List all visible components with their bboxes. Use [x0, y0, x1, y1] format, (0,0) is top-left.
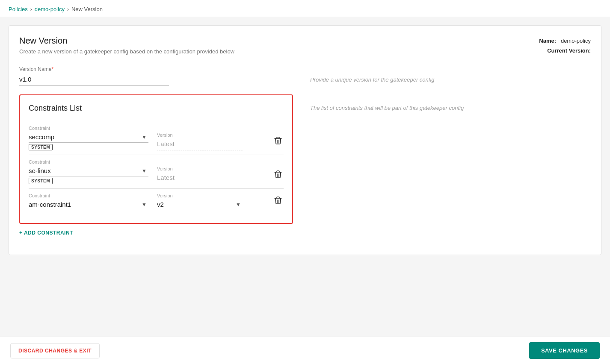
constraint-field-1: Constraint seccomp ▼ SYSTEM	[29, 126, 148, 150]
trash-icon-3	[274, 196, 282, 205]
meta-version: Current Version:	[539, 46, 591, 56]
system-badge-1: SYSTEM	[29, 144, 53, 150]
version-name-label: Version Name*	[19, 66, 293, 72]
version-select-3[interactable]: v2	[157, 199, 243, 210]
save-button[interactable]: SAVE CHANGES	[529, 342, 600, 359]
constraint-dropdown-wrapper-3: am-constraint1 ▼	[29, 199, 148, 210]
constraint-dropdown-wrapper-2: se-linux ▼	[29, 165, 148, 176]
version-name-field: Version Name*	[19, 66, 293, 86]
meta-name: Name: demo-policy	[539, 36, 591, 46]
constraint-field-2: Constraint se-linux ▼ SYSTEM	[29, 159, 148, 184]
footer-bar: DISCARD CHANGES & EXIT SAVE CHANGES	[0, 337, 610, 364]
constraint-row-1: Constraint seccomp ▼ SYSTEM Version	[29, 121, 284, 155]
trash-icon-2	[274, 170, 282, 179]
constraint-select-3[interactable]: am-constraint1	[29, 199, 148, 210]
version-dropdown-wrapper-3: v2 ▼	[157, 199, 243, 210]
trash-icon-1	[274, 136, 282, 145]
constraints-box: Constraints List Constraint seccomp ▼	[19, 94, 293, 224]
constraint-row-3: Constraint am-constraint1 ▼ Version	[29, 189, 284, 214]
breadcrumb-current: New Version	[71, 6, 103, 12]
constraint-label-2: Constraint	[29, 159, 148, 164]
required-marker: *	[51, 66, 53, 72]
discard-button[interactable]: DISCARD CHANGES & EXIT	[10, 343, 100, 358]
constraints-hint: The list of constraints that will be par…	[310, 94, 591, 111]
version-name-row: Version Name* Provide a unique version f…	[19, 66, 591, 86]
delete-button-1[interactable]	[272, 135, 284, 149]
constraints-outer: Constraints List Constraint seccomp ▼	[19, 94, 293, 236]
breadcrumb-sep-1: ›	[30, 6, 32, 12]
page-card: New Version Create a new version of a ga…	[9, 25, 601, 255]
version-label-2: Version	[157, 166, 243, 171]
version-field-1: Version	[157, 132, 243, 150]
page-header-right: Name: demo-policy Current Version:	[539, 36, 591, 56]
breadcrumb-policy[interactable]: demo-policy	[35, 6, 65, 12]
page-header: New Version Create a new version of a ga…	[19, 36, 591, 56]
meta-name-value: demo-policy	[561, 38, 591, 44]
constraint-select-2[interactable]: se-linux	[29, 165, 148, 176]
constraints-row: Constraints List Constraint seccomp ▼	[19, 94, 591, 236]
breadcrumb-policies[interactable]: Policies	[9, 6, 28, 12]
add-constraint-button[interactable]: + ADD CONSTRAINT	[19, 224, 73, 236]
system-badge-2: SYSTEM	[29, 178, 53, 184]
page-title: New Version	[19, 36, 234, 46]
constraint-field-3: Constraint am-constraint1 ▼	[29, 193, 148, 210]
constraint-row-2: Constraint se-linux ▼ SYSTEM Version	[29, 155, 284, 189]
version-label-1: Version	[157, 132, 243, 138]
meta-name-label: Name:	[539, 38, 556, 44]
page-description: Create a new version of a gatekeeper con…	[19, 48, 234, 55]
version-input-1[interactable]	[157, 138, 243, 150]
breadcrumb-sep-2: ›	[67, 6, 69, 12]
meta-version-label: Current Version:	[547, 47, 591, 54]
constraint-label-3: Constraint	[29, 193, 148, 198]
constraint-label-1: Constraint	[29, 126, 148, 131]
delete-button-2[interactable]	[272, 168, 284, 182]
breadcrumb: Policies › demo-policy › New Version	[0, 0, 610, 17]
version-name-input[interactable]	[19, 74, 169, 86]
version-label-3: Version	[157, 193, 243, 198]
version-input-2[interactable]	[157, 172, 243, 184]
constraints-title: Constraints List	[29, 104, 284, 113]
version-field-3: Version v2 ▼	[157, 193, 243, 210]
page-header-left: New Version Create a new version of a ga…	[19, 36, 234, 55]
version-name-hint: Provide a unique version for the gatekee…	[310, 66, 591, 83]
constraint-dropdown-wrapper-1: seccomp ▼	[29, 132, 148, 143]
constraint-select-1[interactable]: seccomp	[29, 132, 148, 143]
version-field-2: Version	[157, 166, 243, 184]
delete-button-3[interactable]	[272, 194, 284, 208]
